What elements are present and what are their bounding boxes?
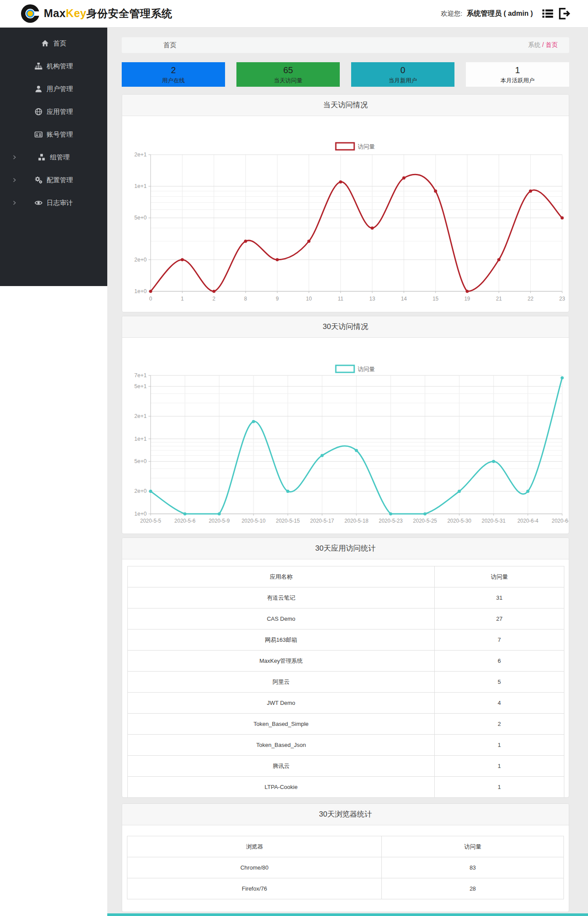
breadcrumb: 首页 系统 / 首页 xyxy=(122,37,569,53)
browser-stats-panel-title: 30天浏览器统计 xyxy=(122,804,569,825)
stat-label: 当天访问量 xyxy=(236,76,340,85)
cell-count: 1 xyxy=(434,756,564,777)
current-user: 系统管理员 ( admin ) xyxy=(467,9,533,18)
cell-name: 有道云笔记 xyxy=(128,587,435,608)
cell-name: LTPA-Cookie xyxy=(128,777,435,798)
svg-text:2020-5-9: 2020-5-9 xyxy=(209,518,230,524)
cell-name: 网易163邮箱 xyxy=(128,630,435,651)
stat-card-3: 1本月活跃用户 xyxy=(466,62,569,87)
browser-stats-table-wrap: 浏览器访问量Chrome/8083Firefox/7628 xyxy=(122,825,569,912)
sidebar-item-label: 应用管理 xyxy=(47,108,73,116)
sidebar: 首页机构管理用户管理应用管理账号管理组管理配置管理日志审计 xyxy=(0,28,107,286)
monthly-visits-panel: 30天访问情况 7e+15e+12e+11e+15e+02e+01e+02020… xyxy=(122,316,569,534)
table-row: Token_Based_Simple2 xyxy=(128,714,564,735)
cell-name: JWT Demo xyxy=(128,693,435,714)
app-visits-table: 应用名称访问量有道云笔记31CAS Demo27网易163邮箱7MaxKey管理… xyxy=(127,566,564,797)
table-row: Firefox/7628 xyxy=(127,878,564,899)
user-icon xyxy=(35,85,42,93)
svg-text:2020-6-4: 2020-6-4 xyxy=(518,518,539,524)
monthly-visits-chart: 7e+15e+12e+11e+15e+02e+01e+02020-5-52020… xyxy=(122,338,569,534)
svg-text:14: 14 xyxy=(401,296,407,302)
svg-text:1e+0: 1e+0 xyxy=(134,288,147,294)
chevron-right-icon xyxy=(11,200,18,206)
sidebar-item-label: 配置管理 xyxy=(47,176,73,184)
svg-text:2e+0: 2e+0 xyxy=(134,488,147,494)
table-row: 阿里云5 xyxy=(128,672,564,693)
table-row: JWT Demo4 xyxy=(128,693,564,714)
svg-text:2: 2 xyxy=(212,296,215,302)
daily-visits-chart-svg: 2e+11e+15e+02e+01e+001289101113141519212… xyxy=(122,116,569,312)
svg-text:访问量: 访问量 xyxy=(358,366,375,372)
svg-text:5e+0: 5e+0 xyxy=(134,215,147,221)
stat-card-0: 2用户在线 xyxy=(122,62,225,87)
monthly-visits-chart-svg: 7e+15e+12e+11e+15e+02e+01e+02020-5-52020… xyxy=(122,338,569,534)
footer-accent-bar xyxy=(107,913,588,916)
svg-text:1e+1: 1e+1 xyxy=(134,436,147,442)
sidebar-item-account[interactable]: 账号管理 xyxy=(0,123,107,146)
cell-name: Token_Based_Json xyxy=(128,735,435,756)
cell-name: 腾讯云 xyxy=(128,756,435,777)
table-row: Token_Based_Json1 xyxy=(128,735,564,756)
sidebar-item-config[interactable]: 配置管理 xyxy=(0,169,107,191)
sidebar-item-org[interactable]: 机构管理 xyxy=(0,55,107,78)
main-content: 首页 系统 / 首页 2用户在线65当天访问量0当月新用户1本月活跃用户 当天访… xyxy=(107,28,588,916)
svg-text:8: 8 xyxy=(244,296,247,302)
stat-card-1: 65当天访问量 xyxy=(236,62,340,87)
sidebar-item-label: 用户管理 xyxy=(47,85,73,93)
maxkey-logo-icon xyxy=(20,3,41,24)
svg-text:1: 1 xyxy=(181,296,184,302)
svg-text:2020-5-5: 2020-5-5 xyxy=(140,518,161,524)
svg-text:10: 10 xyxy=(306,296,312,302)
logout-icon[interactable] xyxy=(558,7,570,20)
svg-text:5e+0: 5e+0 xyxy=(134,458,147,464)
cell-count: 1 xyxy=(434,735,564,756)
col-header: 访问量 xyxy=(434,566,564,587)
table-row: 腾讯云1 xyxy=(128,756,564,777)
table-row: 有道云笔记31 xyxy=(128,587,564,608)
table-header-row: 浏览器访问量 xyxy=(127,836,564,857)
sidebar-item-home[interactable]: 首页 xyxy=(0,32,107,55)
col-header: 应用名称 xyxy=(128,566,435,587)
sidebar-item-label: 日志审计 xyxy=(47,199,73,207)
home-icon xyxy=(41,39,49,47)
top-header: MaxKey身份安全管理系统 欢迎您: 系统管理员 ( admin ) xyxy=(0,0,588,28)
table-row: LTPA-Cookie1 xyxy=(128,777,564,798)
svg-text:15: 15 xyxy=(433,296,439,302)
browser-stats-table: 浏览器访问量Chrome/8083Firefox/7628 xyxy=(127,836,564,899)
cell-name: Token_Based_Simple xyxy=(128,714,435,735)
sidebar-item-group[interactable]: 组管理 xyxy=(0,146,107,169)
breadcrumb-current-link[interactable]: 首页 xyxy=(546,41,558,48)
cell-count: 5 xyxy=(434,672,564,693)
cubes-icon xyxy=(38,153,46,161)
daily-visits-panel-title: 当天访问情况 xyxy=(122,95,569,116)
stat-label: 当月新用户 xyxy=(351,76,454,85)
cell-name: Chrome/80 xyxy=(127,857,382,878)
svg-text:2e+0: 2e+0 xyxy=(134,257,147,263)
svg-text:7e+1: 7e+1 xyxy=(134,372,147,378)
cell-count: 31 xyxy=(434,587,564,608)
chevron-right-icon xyxy=(11,177,18,183)
table-row: 网易163邮箱7 xyxy=(128,630,564,651)
cell-count: 7 xyxy=(434,630,564,651)
sidebar-item-label: 首页 xyxy=(53,39,67,48)
svg-text:2020-5-10: 2020-5-10 xyxy=(242,518,266,524)
sidebar-item-audit[interactable]: 日志审计 xyxy=(0,191,107,214)
sitemap-icon xyxy=(35,62,42,70)
brand-text: MaxKey身份安全管理系统 xyxy=(44,7,173,21)
list-icon[interactable] xyxy=(542,7,554,20)
svg-text:2020-6-5: 2020-6-5 xyxy=(552,518,569,524)
cell-name: Firefox/76 xyxy=(127,878,382,899)
svg-text:19: 19 xyxy=(464,296,470,302)
sidebar-item-label: 账号管理 xyxy=(47,131,73,139)
svg-text:23: 23 xyxy=(559,296,565,302)
sidebar-item-app[interactable]: 应用管理 xyxy=(0,100,107,123)
sidebar-item-user[interactable]: 用户管理 xyxy=(0,78,107,100)
sidebar-item-label: 组管理 xyxy=(50,153,70,162)
app-visits-panel: 30天应用访问统计 应用名称访问量有道云笔记31CAS Demo27网易163邮… xyxy=(122,538,569,798)
svg-text:2020-5-17: 2020-5-17 xyxy=(310,518,334,524)
stat-label: 用户在线 xyxy=(122,76,225,85)
svg-text:2e+1: 2e+1 xyxy=(134,152,147,158)
stat-card-2: 0当月新用户 xyxy=(351,62,454,87)
breadcrumb-root-link[interactable]: 系统 xyxy=(528,41,540,48)
svg-text:13: 13 xyxy=(369,296,375,302)
